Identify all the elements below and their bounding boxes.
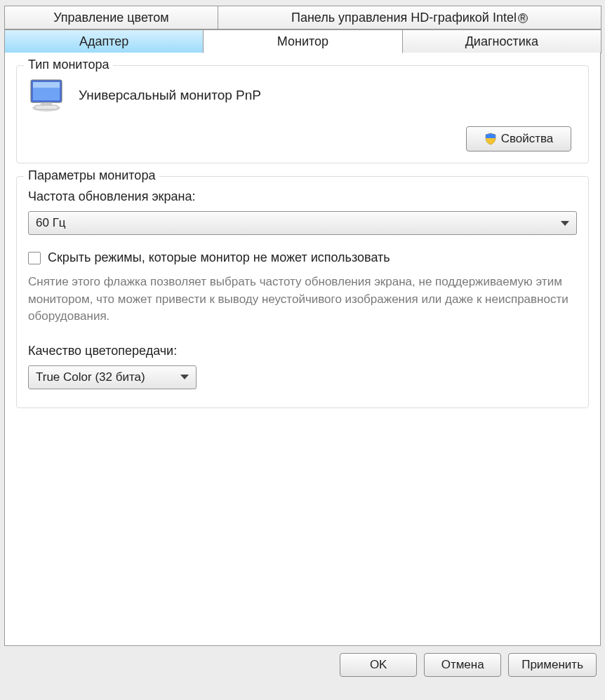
tab-label: Адаптер [79,34,128,48]
color-quality-label: Качество цветопередачи: [28,344,577,358]
refresh-rate-select[interactable]: 60 Гц [28,211,577,235]
tab-diagnostics[interactable]: Диагностика [402,29,601,53]
ok-button-label: OK [370,658,387,672]
svg-rect-5 [35,105,58,109]
ok-button[interactable]: OK [340,653,417,677]
monitor-panel: Тип монитора Универсальный монитор PnP [4,53,601,646]
properties-button-row: Свойства [28,126,577,152]
color-quality-select[interactable]: True Color (32 бита) [28,365,197,389]
properties-button-label: Свойства [501,132,554,146]
cancel-button[interactable]: Отмена [424,653,501,677]
tab-label: Диагностика [465,34,538,48]
hide-modes-row: Скрыть режимы, которые монитор не может … [28,250,577,265]
tab-label: Панель управления HD-графикой Intel [291,11,517,25]
monitor-type-group: Тип монитора Универсальный монитор PnP [16,65,589,163]
group-title: Параметры монитора [24,168,159,183]
properties-button[interactable]: Свойства [466,126,571,152]
tabs-container: Управление цветом Панель управления HD-г… [4,6,601,646]
registered-icon: R [518,13,528,23]
cancel-button-label: Отмена [441,658,484,672]
hide-modes-hint: Снятие этого флажка позволяет выбрать ча… [28,274,577,325]
apply-button[interactable]: Применить [508,653,597,677]
apply-button-label: Применить [521,658,583,672]
chevron-down-icon [180,375,189,379]
tab-label: Управление цветом [53,11,169,25]
monitor-info-row: Универсальный монитор PnP [28,79,577,112]
dialog-button-bar: OK Отмена Применить [4,646,601,681]
monitor-settings-group: Параметры монитора Частота обновления эк… [16,176,589,408]
tab-row-top: Управление цветом Панель управления HD-г… [4,6,601,29]
svg-rect-2 [33,82,60,88]
tab-adapter[interactable]: Адаптер [4,29,204,53]
group-title: Тип монитора [24,58,113,72]
hide-modes-checkbox[interactable] [28,252,41,264]
tab-label: Монитор [277,34,328,48]
monitor-name: Универсальный монитор PnP [79,88,261,103]
shield-icon [484,133,497,145]
refresh-rate-value: 60 Гц [36,216,66,230]
monitor-icon [28,79,67,112]
chevron-down-icon [561,221,569,226]
tab-row-bottom: Адаптер Монитор Диагностика [4,29,601,53]
hide-modes-label: Скрыть режимы, которые монитор не может … [48,250,390,265]
tab-color-management[interactable]: Управление цветом [4,6,218,29]
color-quality-value: True Color (32 бита) [36,370,145,384]
tab-intel-hd-graphics[interactable]: Панель управления HD-графикой IntelR [218,6,601,29]
refresh-rate-label: Частота обновления экрана: [28,189,577,204]
tab-monitor[interactable]: Монитор [203,29,402,53]
display-properties-dialog: Управление цветом Панель управления HD-г… [0,0,605,685]
